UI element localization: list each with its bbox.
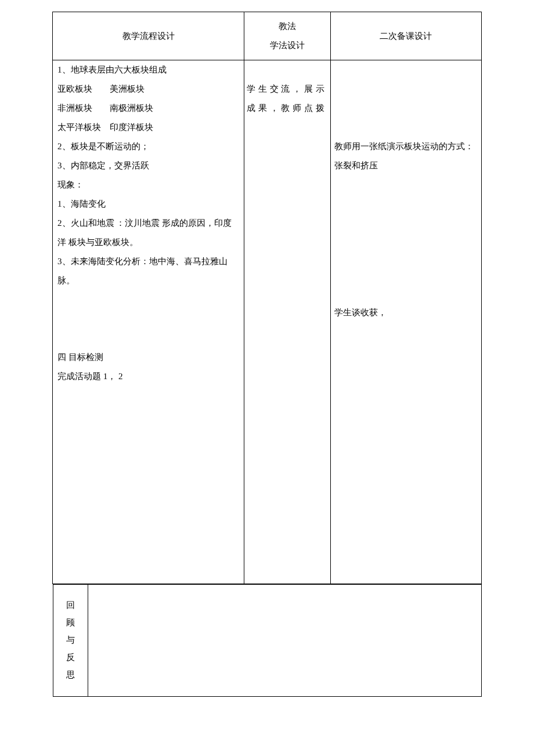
spacer-2	[55, 309, 239, 329]
header-col3: 二次备课设计	[330, 12, 481, 60]
content-line-9: 2、火山和地震 ：汶川地震 形成的原因，印度洋 板块与亚欧板块。	[55, 214, 239, 252]
header-col2-line1: 教法	[247, 17, 327, 36]
header-col2: 教法 学法设计	[244, 12, 330, 60]
secondary-text-1: 教师用一张纸演示板块运动的方式：张裂和挤压	[333, 137, 477, 175]
content-line-6: 3、内部稳定，交界活跃	[55, 156, 239, 175]
col3-spacer-2	[333, 175, 477, 303]
header-col2-line2: 学法设计	[247, 36, 327, 55]
content-line-4: 太平洋板块 印度洋板块	[55, 118, 239, 137]
content-line-7: 现象：	[55, 175, 239, 195]
header-col1-text: 教学流程设计	[122, 31, 175, 41]
review-reflect-label: 回 顾 与 反 思	[53, 585, 88, 697]
teaching-flow-content: 1、地球表层由六大板块组成 亚欧板块 美洲板块 非洲板块 南极洲板块 太平洋板块…	[53, 60, 244, 584]
label-char-3: 与	[66, 631, 75, 649]
vertical-label: 回 顾 与 反 思	[66, 596, 75, 683]
review-reflect-content	[88, 585, 481, 697]
label-char-4: 反	[66, 649, 75, 666]
label-char-1: 回	[66, 596, 75, 614]
method-text-1: 学生交流，展示成果，教师点拨	[247, 80, 325, 118]
content-line-8: 1、海陆变化	[55, 195, 239, 214]
content-line-12: 完成活动题 1， 2	[55, 367, 239, 386]
footer-table: 回 顾 与 反 思	[53, 584, 482, 697]
content-line-10: 3、未来海陆变化分析：地中海、喜马拉雅山脉。	[55, 252, 239, 290]
secondary-prep-content: 教师用一张纸演示板块运动的方式：张裂和挤压 学生谈收获，	[330, 60, 481, 584]
footer-inner-row: 回 顾 与 反 思	[53, 585, 481, 697]
header-col1: 教学流程设计	[53, 12, 244, 60]
content-row: 1、地球表层由六大板块组成 亚欧板块 美洲板块 非洲板块 南极洲板块 太平洋板块…	[53, 60, 482, 584]
label-char-2: 顾	[66, 614, 75, 631]
main-table: 教学流程设计 教法 学法设计 二次备课设计 1、地球表层由六大板块组成 亚欧板块…	[52, 12, 482, 697]
content-line-11: 四 目标检测	[55, 348, 239, 367]
label-char-5: 思	[66, 666, 75, 683]
content-line-2: 亚欧板块 美洲板块	[55, 80, 239, 99]
header-col3-text: 二次备课设计	[380, 31, 432, 41]
footer-container: 回 顾 与 反 思	[53, 584, 482, 697]
header-row: 教学流程设计 教法 学法设计 二次备课设计	[53, 12, 482, 60]
method-content: 学生交流，展示成果，教师点拨	[244, 60, 330, 584]
footer-row: 回 顾 与 反 思	[53, 584, 482, 697]
content-line-1: 1、地球表层由六大板块组成	[55, 60, 239, 80]
col2-spacer	[247, 60, 325, 80]
spacer-bottom	[55, 386, 239, 584]
col3-spacer-1	[333, 60, 477, 137]
secondary-text-2: 学生谈收获，	[333, 303, 477, 322]
lesson-plan-table: 教学流程设计 教法 学法设计 二次备课设计 1、地球表层由六大板块组成 亚欧板块…	[52, 12, 482, 697]
spacer-3	[55, 329, 239, 348]
content-line-3: 非洲板块 南极洲板块	[55, 99, 239, 118]
content-line-5: 2、板块是不断运动的；	[55, 137, 239, 156]
spacer-1	[55, 290, 239, 309]
